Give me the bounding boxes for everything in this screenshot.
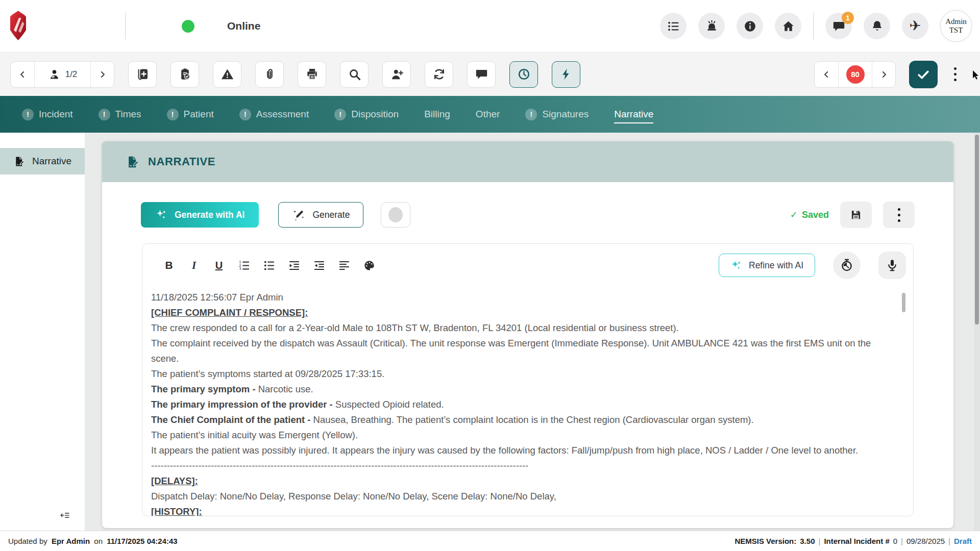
tab-narrative[interactable]: Narrative [614,109,653,120]
document-edit-icon [126,155,139,169]
tab-patient[interactable]: !Patient [167,109,214,120]
panel-more-button[interactable] [883,202,915,228]
check-icon [916,67,931,82]
bullet-list-button[interactable] [260,256,278,274]
messages-badge: 1 [842,12,854,24]
panel-title: NARRATIVE [148,155,215,168]
transfer-record-button[interactable] [170,61,199,88]
generate-label: Generate [312,210,350,220]
record-toggle-button[interactable] [381,202,410,228]
warnings-button[interactable] [213,61,241,88]
nemsis-label: NEMSIS Version: [734,537,796,545]
editor-scrollbar-thumb[interactable] [902,293,905,312]
plane-icon: ✈ [909,19,921,33]
online-status-label: Online [227,20,260,32]
flight-mode-button[interactable]: ✈ [902,13,928,39]
run-list-button[interactable] [660,13,687,39]
page-scrollbar[interactable] [974,133,980,531]
refine-with-ai-button[interactable]: Refine with AI [719,254,815,277]
content-area: Narrative NARRATIVE Generate with AI Gen… [0,133,980,531]
comment-icon [475,67,488,81]
active-incidents-button[interactable] [698,13,725,39]
tab-disposition[interactable]: !Disposition [334,109,399,120]
page-scrollbar-thumb[interactable] [975,135,979,324]
add-record-icon [136,67,150,81]
ordered-list-button[interactable]: 123 [235,256,253,274]
record-toggle-icon [388,207,403,222]
align-left-icon [338,259,351,272]
text-color-button[interactable] [360,256,378,274]
palette-icon [363,259,376,272]
validation-count[interactable]: 80 [838,62,872,87]
quick-actions-button[interactable] [552,61,580,88]
print-button[interactable] [298,61,326,88]
indent-button[interactable] [285,256,303,274]
sidebar: Narrative [0,133,85,531]
add-personnel-button[interactable] [382,61,411,88]
next-record-button[interactable] [90,62,114,87]
tab-signatures[interactable]: !Signatures [525,109,589,120]
kebab-icon [954,67,957,70]
sync-icon [432,67,446,81]
tab-times[interactable]: !Times [99,109,141,120]
bold-button[interactable]: B [160,256,178,274]
tab-incident[interactable]: !Incident [22,109,73,120]
generate-button[interactable]: Generate [278,202,363,228]
outdent-icon [313,259,326,272]
prev-record-button[interactable] [11,62,34,87]
alert-icon: ! [334,109,346,120]
attachments-button[interactable] [255,61,284,88]
narrative-text-area[interactable]: 11/18/2025 12:56:07 Epr Admin[CHIEF COMP… [142,287,913,516]
alert-icon: ! [22,109,34,120]
mic-icon [885,258,899,272]
next-error-button[interactable] [872,62,895,87]
record-pager: 1/2 [10,61,114,88]
toolbar-more-button[interactable] [951,64,960,84]
user-avatar[interactable]: Admin TST [940,10,972,42]
tab-assessment[interactable]: !Assessment [239,109,309,120]
generate-with-ai-button[interactable]: Generate with AI [141,202,259,228]
narrative-line: [HISTORY]: [151,504,898,516]
align-left-button[interactable] [335,256,353,274]
sync-button[interactable] [425,61,453,88]
timer-button[interactable] [833,252,861,279]
narrative-line: The patient’s initial acuity was Emergen… [151,428,898,443]
outdent-button[interactable] [310,256,328,274]
patient-icon [48,68,61,81]
printer-icon [305,67,319,81]
messages-button[interactable]: 1 [825,13,852,39]
connection-status: Online [182,0,260,52]
sidebar-collapse-button[interactable] [59,510,70,522]
magic-pencil-icon [292,208,305,221]
dictate-button[interactable] [878,252,906,279]
validation-pager: 80 [814,61,896,88]
record-indicator[interactable]: 1/2 [34,62,90,87]
italic-button[interactable]: I [185,256,203,274]
notifications-button[interactable] [864,13,890,39]
narrative-line: It appears the patient was possibly inju… [151,443,898,458]
comments-button[interactable] [467,61,496,88]
user-name-line2: TST [949,26,963,35]
alert-icon: ! [239,109,251,120]
add-record-button[interactable] [128,61,157,88]
underline-button[interactable]: U [210,256,228,274]
kebab-icon [895,205,903,225]
validate-button[interactable] [909,61,938,88]
online-status-dot [182,20,194,33]
times-button[interactable] [509,61,538,88]
tab-billing[interactable]: Billing [424,109,450,120]
app-window: Online 1 ✈ [0,0,980,551]
updated-user: Epr Admin [52,537,90,545]
floppy-icon [849,208,863,221]
clipboard-check-icon [178,67,192,81]
prev-error-button[interactable] [815,62,838,87]
incident-label: Internal Incident # [824,537,889,545]
home-button[interactable] [775,13,801,39]
report-state-badge[interactable]: Draft [954,537,972,545]
narrative-line: The complaint received by the dispatch w… [151,336,898,366]
info-button[interactable] [737,13,763,39]
save-button[interactable] [840,202,872,228]
tab-other[interactable]: Other [476,109,500,120]
search-button[interactable] [340,61,369,88]
sidebar-item-narrative[interactable]: Narrative [0,148,85,174]
